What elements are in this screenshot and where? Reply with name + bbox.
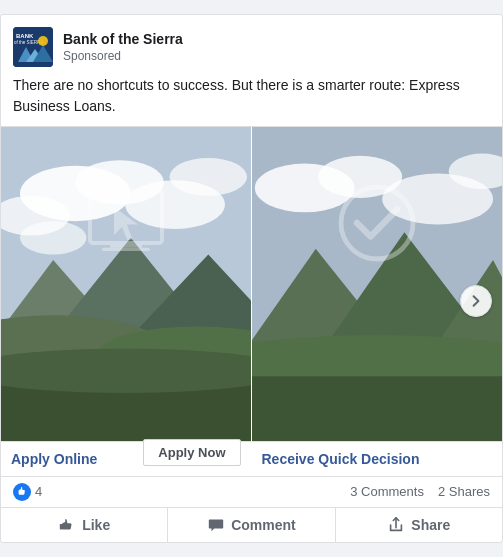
engagement-bar: 4 3 Comments 2 Shares (1, 476, 502, 507)
comment-label: Comment (231, 517, 296, 533)
carousel-title-receive-decision: Receive Quick Decision (262, 451, 420, 467)
svg-text:BANK: BANK (16, 33, 34, 39)
svg-point-6 (38, 36, 48, 46)
carousel-title-apply-online: Apply Online (11, 451, 97, 467)
header-text: Bank of the Sierra Sponsored (63, 30, 183, 64)
share-icon (387, 516, 405, 534)
apply-now-button[interactable]: Apply Now (143, 439, 240, 466)
shares-count[interactable]: 2 Shares (438, 484, 490, 499)
like-reaction-icon (13, 483, 31, 501)
svg-point-12 (170, 158, 248, 196)
action-bar: Like Comment Share (1, 507, 502, 542)
carousel-item-apply-online: Apply Online Apply Now (1, 127, 252, 476)
carousel-label-receive-decision: Receive Quick Decision (252, 441, 503, 476)
reaction-count: 4 (35, 484, 42, 499)
like-icon (58, 516, 76, 534)
post-text: There are no shortcuts to success. But t… (1, 75, 502, 126)
share-label: Share (411, 517, 450, 533)
comment-button[interactable]: Comment (168, 508, 335, 542)
engagement-right: 3 Comments 2 Shares (350, 484, 490, 499)
share-button[interactable]: Share (336, 508, 502, 542)
facebook-ad-card: BANK of the SIERRA Bank of the Sierra Sp… (0, 14, 503, 543)
like-button[interactable]: Like (1, 508, 168, 542)
comments-count[interactable]: 3 Comments (350, 484, 424, 499)
svg-point-21 (1, 348, 251, 392)
card-header: BANK of the SIERRA Bank of the Sierra Sp… (1, 15, 502, 75)
svg-point-13 (20, 221, 86, 254)
reactions: 4 (13, 483, 42, 501)
svg-rect-38 (60, 524, 62, 529)
sponsored-label: Sponsored (63, 49, 183, 65)
comment-icon (207, 516, 225, 534)
like-label: Like (82, 517, 110, 533)
carousel: Apply Online Apply Now (1, 126, 502, 476)
carousel-item-receive-decision: Receive Quick Decision (252, 127, 503, 476)
carousel-next-button[interactable] (460, 285, 492, 317)
page-name[interactable]: Bank of the Sierra (63, 30, 183, 48)
avatar[interactable]: BANK of the SIERRA (13, 27, 53, 67)
